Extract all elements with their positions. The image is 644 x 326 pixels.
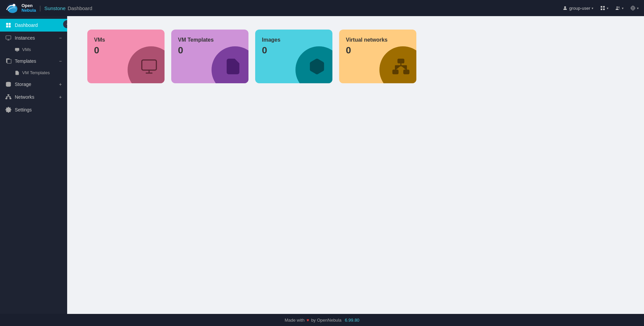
sidebar-item-networks[interactable]: Networks + <box>0 91 67 103</box>
footer-heart-icon: ♥ <box>307 318 309 323</box>
user-menu-button[interactable]: group-user ▾ <box>562 5 593 11</box>
instances-collapse-icon[interactable]: − <box>59 36 62 40</box>
svg-rect-21 <box>7 59 11 63</box>
sidebar-item-label: Settings <box>15 107 62 112</box>
footer-made-with: Made with <box>285 318 305 323</box>
svg-rect-24 <box>6 98 7 99</box>
card-vmtemplates-count: 0 <box>178 45 242 56</box>
sidebar-item-label: Storage <box>15 82 56 87</box>
svg-rect-27 <box>142 60 156 70</box>
logo[interactable]: Open Nebula <box>5 2 36 14</box>
people-icon <box>615 5 620 11</box>
svg-rect-25 <box>10 98 11 99</box>
sidebar-item-storage[interactable]: Storage + <box>0 78 67 91</box>
sidebar-item-label: Instances <box>15 35 56 41</box>
sidebar-item-label: Networks <box>15 94 56 100</box>
topbar: Open Nebula | Sunstone Dashboard group-u… <box>0 0 644 16</box>
opennebula-logo-icon <box>5 2 19 14</box>
card-images-icon <box>307 56 327 77</box>
svg-rect-4 <box>603 6 605 8</box>
grid-icon <box>600 5 605 11</box>
card-vms-title: VMs <box>94 37 158 43</box>
footer-version: 6.99.80 <box>345 318 359 323</box>
svg-rect-23 <box>8 95 9 96</box>
sidebar-item-settings[interactable]: Settings <box>0 103 67 116</box>
user-icon <box>562 5 568 11</box>
dashboard-card-vms[interactable]: VMs 0 <box>87 30 165 83</box>
sidebar-subitem-vms[interactable]: VMs <box>0 44 67 55</box>
svg-point-8 <box>618 7 619 8</box>
card-vmtemplates-icon <box>223 56 243 77</box>
globe-chevron-icon: ▾ <box>637 6 639 10</box>
sidebar-subitem-label: VM Templates <box>22 70 50 75</box>
main-layout: Dashboard Instances − VMs Templates <box>0 16 644 314</box>
sidebar-item-templates[interactable]: Templates − <box>0 55 67 67</box>
main-content: VMs 0 VM Templates 0 <box>67 16 644 314</box>
grid-chevron-icon: ▾ <box>607 6 608 10</box>
instances-icon <box>5 35 11 41</box>
svg-rect-5 <box>601 8 602 10</box>
storage-expand-icon[interactable]: + <box>59 82 62 87</box>
svg-rect-14 <box>6 26 8 28</box>
user-label: group-user <box>569 6 590 11</box>
svg-rect-16 <box>6 36 11 39</box>
networks-icon <box>5 94 11 100</box>
people-menu-button[interactable]: ▾ <box>615 5 624 11</box>
card-vms-icon <box>139 56 159 77</box>
vmtemplate-icon <box>15 71 19 75</box>
topbar-right: group-user ▾ ▾ ▾ ▾ <box>562 5 639 11</box>
svg-rect-13 <box>9 23 11 25</box>
svg-rect-3 <box>601 6 602 8</box>
footer: Made with ♥ by OpenNebula 6.99.80 <box>0 314 644 326</box>
page-title: Dashboard <box>67 5 92 11</box>
svg-point-7 <box>616 6 618 8</box>
sidebar-item-label: Dashboard <box>15 22 62 28</box>
sidebar-item-dashboard[interactable]: Dashboard <box>0 19 67 32</box>
svg-rect-12 <box>6 23 8 25</box>
card-vnets-title: Virtual networks <box>346 37 410 43</box>
card-vnets-count: 0 <box>346 45 410 56</box>
card-vms-count: 0 <box>94 45 158 56</box>
svg-point-1 <box>13 4 15 7</box>
globe-icon <box>630 5 636 11</box>
vm-icon <box>15 47 19 52</box>
sidebar-subitem-label: VMs <box>22 47 31 52</box>
card-images-title: Images <box>262 37 326 43</box>
people-chevron-icon: ▾ <box>622 6 624 10</box>
settings-icon <box>5 107 11 113</box>
chevron-left-icon <box>65 22 67 26</box>
sidebar: Dashboard Instances − VMs Templates <box>0 16 67 314</box>
dashboard-card-vnets[interactable]: Virtual networks 0 <box>339 30 416 83</box>
card-vnets-icon <box>391 56 411 77</box>
dashboard-cards: VMs 0 VM Templates 0 <box>87 30 624 83</box>
svg-point-2 <box>564 6 566 8</box>
grid-menu-button[interactable]: ▾ <box>600 5 608 11</box>
dashboard-icon <box>5 22 11 28</box>
app-name: Sunstone <box>44 5 65 11</box>
sidebar-item-label: Templates <box>15 58 56 64</box>
sidebar-item-instances[interactable]: Instances − <box>0 32 67 44</box>
dashboard-card-images[interactable]: Images 0 <box>255 30 332 83</box>
templates-collapse-icon[interactable]: − <box>59 59 62 63</box>
networks-expand-icon[interactable]: + <box>59 95 62 99</box>
card-images-count: 0 <box>262 45 326 56</box>
storage-icon <box>5 81 11 87</box>
svg-rect-17 <box>15 48 19 51</box>
svg-rect-15 <box>9 26 11 28</box>
brand-name: Open Nebula <box>21 3 36 13</box>
templates-icon <box>5 58 11 64</box>
globe-menu-button[interactable]: ▾ <box>630 5 639 11</box>
sidebar-subitem-vmtemplates[interactable]: VM Templates <box>0 67 67 78</box>
footer-by: by OpenNebula <box>311 318 341 323</box>
svg-rect-6 <box>603 8 605 10</box>
user-chevron-icon: ▾ <box>592 6 593 10</box>
topbar-divider: | <box>39 5 41 12</box>
card-vmtemplates-title: VM Templates <box>178 37 242 43</box>
dashboard-card-vmtemplates[interactable]: VM Templates 0 <box>171 30 248 83</box>
